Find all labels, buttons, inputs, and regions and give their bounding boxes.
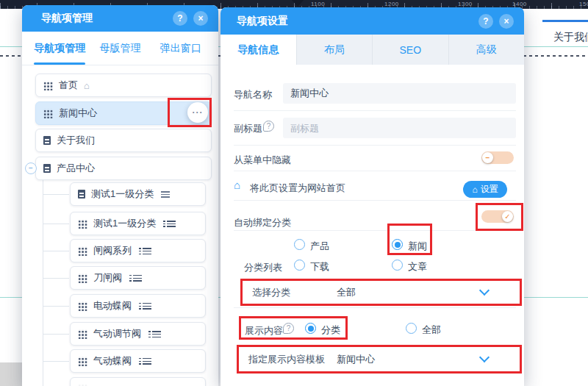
nav-item-label: 首页 — [59, 79, 78, 92]
divider — [234, 200, 516, 201]
home-icon: ⌂ — [472, 185, 477, 194]
list-item-home[interactable]: 首页 ⌂ — [35, 74, 212, 97]
list-item-product-center[interactable]: 产品中心 — [35, 157, 212, 180]
grid-handle-icon[interactable] — [78, 274, 87, 283]
nav-settings-panel-header: 导航项设置 ? × — [220, 7, 524, 35]
list-icon — [152, 331, 161, 337]
grid-handle-icon[interactable] — [78, 246, 87, 256]
set-homepage-button[interactable]: ⌂ 设置 — [463, 181, 507, 198]
set-homepage-label: 将此页设置为网站首页 — [250, 182, 345, 195]
list-item-test-category[interactable]: 测试1一级分类 — [70, 182, 206, 206]
list-icon — [167, 221, 176, 227]
tree-connector-line — [43, 194, 69, 195]
radio-download[interactable] — [294, 260, 305, 271]
auto-bind-label: 自动绑定分类 — [234, 216, 291, 229]
tree-connector-line — [43, 361, 69, 362]
radio-all-content[interactable] — [406, 323, 417, 334]
divider — [234, 230, 516, 231]
tree-connector-line — [43, 224, 69, 224]
tree-connector-line — [43, 278, 69, 279]
tab-advanced[interactable]: 高级 — [448, 35, 525, 65]
annotation-box-news-radio — [387, 224, 432, 255]
list-item-electric-butterfly-valve[interactable]: 电动蝶阀 — [70, 294, 206, 318]
ruler-number: 1500 — [579, 1, 588, 7]
grid-handle-icon[interactable] — [78, 329, 87, 339]
canvas-nav-menu-text: 关于我们 — [553, 31, 588, 44]
divider — [234, 307, 516, 308]
list-icon — [133, 275, 142, 282]
grid-handle-icon[interactable] — [78, 301, 87, 311]
ruler-number: 1300 — [458, 1, 473, 7]
nav-item-label: 气动调节阀 — [93, 327, 141, 340]
radio-product[interactable] — [294, 239, 305, 250]
nav-item-label: 测试1一级分类 — [93, 217, 156, 230]
grid-handle-icon[interactable] — [78, 219, 87, 229]
nav-name-input[interactable] — [283, 83, 516, 104]
grid-handle-icon[interactable] — [43, 81, 53, 90]
list-item-partial[interactable] — [70, 377, 206, 386]
divider — [234, 110, 516, 111]
subtitle-input[interactable] — [283, 118, 516, 138]
help-icon[interactable]: ? — [478, 14, 493, 29]
category-list-label: 分类列表 — [244, 261, 282, 274]
list-icon — [143, 358, 151, 365]
nav-item-label: 电动蝶阀 — [93, 299, 132, 312]
tab-popup-window[interactable]: 弹出窗口 — [151, 32, 211, 65]
list-item-test-category[interactable]: 测试1一级分类 — [70, 212, 206, 235]
help-icon[interactable]: ? — [173, 11, 187, 26]
radio-product-label: 产品 — [310, 240, 329, 253]
nav-item-label: 闸阀系列 — [93, 244, 132, 257]
nav-item-label: 产品中心 — [57, 162, 95, 175]
document-icon — [43, 136, 51, 145]
panel-title: 导航项管理 — [41, 12, 93, 25]
tab-master-manage[interactable]: 母版管理 — [90, 32, 150, 65]
tree-connector-line — [43, 334, 69, 335]
left-panel-tabs: 导航项管理 母版管理 弹出窗口 — [22, 32, 218, 65]
list-icon — [143, 248, 151, 254]
menu-lines-icon — [161, 191, 170, 198]
help-icon[interactable]: ? — [263, 121, 274, 132]
annotation-box-select-category — [240, 279, 522, 306]
divider — [234, 145, 516, 146]
ruler-number: 1200 — [384, 1, 399, 7]
ruler-number: 1400 — [512, 1, 527, 7]
tab-nav-info[interactable]: 导航信息 — [220, 35, 296, 65]
set-homepage-button-label: 设置 — [481, 183, 498, 196]
nav-item-label: 关于我们 — [57, 134, 95, 147]
tree-connector-line — [43, 306, 69, 307]
grid-handle-icon[interactable] — [78, 357, 87, 366]
divider — [234, 171, 516, 171]
list-item-pneumatic-control-valve[interactable]: 气动调节阀 — [70, 322, 206, 346]
radio-download-label: 下载 — [310, 260, 329, 274]
minus-icon: − — [482, 152, 493, 163]
close-icon[interactable]: × — [193, 11, 208, 26]
radio-article[interactable] — [392, 260, 403, 271]
list-item-pneumatic-butterfly-valve[interactable]: 气动蝶阀 — [70, 349, 206, 373]
tab-seo[interactable]: SEO — [372, 35, 448, 65]
radio-article-label: 文章 — [408, 260, 427, 274]
nav-item-label: 气动蝶阀 — [93, 354, 132, 368]
ruler-position-marker-icon — [292, 0, 304, 7]
nav-item-label: 新闻中心 — [59, 107, 97, 120]
list-icon — [143, 303, 151, 310]
tab-layout[interactable]: 布局 — [296, 35, 373, 65]
hide-from-menu-toggle[interactable]: − — [481, 151, 514, 164]
nav-item-label: 刀闸阀 — [93, 271, 122, 285]
annotation-box-template — [237, 345, 522, 374]
grid-handle-icon[interactable] — [43, 109, 53, 118]
close-icon[interactable]: × — [499, 14, 514, 29]
list-item-about-us[interactable]: 关于我们 — [35, 129, 212, 152]
list-item-gate-valve-series[interactable]: 闸阀系列 — [70, 239, 206, 262]
list-item-knife-gate-valve[interactable]: 刀闸阀 — [70, 266, 206, 290]
nav-item-label: 测试1一级分类 — [91, 187, 154, 201]
radio-all-content-label: 全部 — [422, 324, 441, 337]
nav-manage-panel: 导航项管理 ? × 导航项管理 母版管理 弹出窗口 首页 ⌂ 新闻中心 ··· … — [22, 5, 218, 386]
tab-nav-manage[interactable]: 导航项管理 — [29, 32, 90, 65]
panel-title: 导航项设置 — [237, 15, 288, 28]
nav-name-label: 导航名称 — [234, 88, 272, 101]
ruler-number: 1100 — [311, 1, 325, 7]
tree-connector-line — [43, 251, 69, 251]
canvas-highlight-line — [542, 20, 588, 22]
nav-manage-panel-header: 导航项管理 ? × — [22, 5, 218, 32]
collapse-toggle-icon[interactable]: − — [25, 162, 37, 174]
